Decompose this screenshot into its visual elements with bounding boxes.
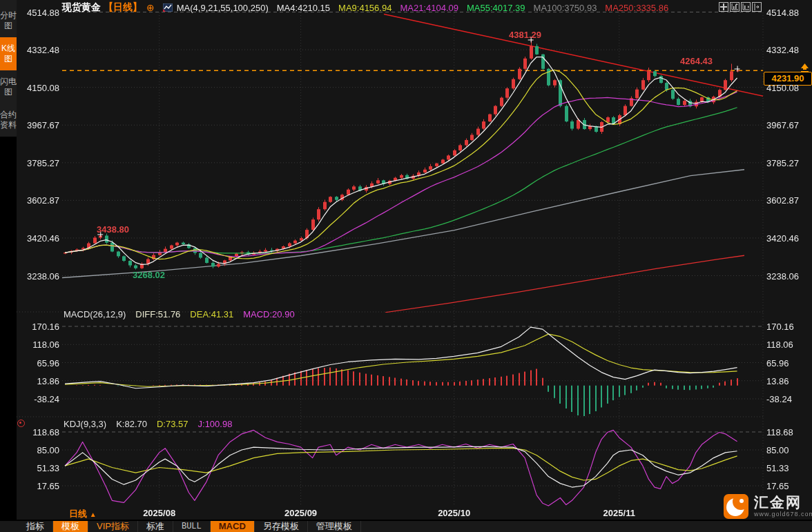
sidebar-item-3[interactable]: 合约资料 xyxy=(0,104,17,137)
macd-axis-tick-r: -38.24 xyxy=(766,394,792,404)
ma-value-4: MA100:3750.93 xyxy=(534,3,597,13)
ma-value-2: MA21:4104.09 xyxy=(400,3,458,13)
price-axis-tick-l: 3420.46 xyxy=(17,233,59,243)
add-indicator-icon[interactable]: ⊕ xyxy=(146,2,155,13)
ma-value-1: MA9:4156.94 xyxy=(338,3,392,13)
price-axis-tick-l: 4332.48 xyxy=(17,45,59,55)
tab-指标[interactable]: 指标 xyxy=(18,521,53,532)
macd-axis-tick-l: 65.96 xyxy=(17,357,59,368)
tab-另存模板[interactable]: 另存模板 xyxy=(255,521,308,532)
chart-header: 现货黄金 【日线】 ⊕ MA(4,9,21,55,100,250) MA4:42… xyxy=(62,1,668,14)
ma-value-3: MA55:4017.39 xyxy=(467,3,525,13)
kdj-axis-tick-r: 118.68 xyxy=(766,427,793,437)
period-tag: 【日线】 xyxy=(104,1,142,14)
price-axis-tick-r: 3238.06 xyxy=(766,270,799,281)
macd-diff-value: DIFF:51.76 xyxy=(135,309,180,319)
macd-axis-tick-r: 118.06 xyxy=(766,339,793,350)
ma-settings-label: MA(4,9,21,55,100,250) xyxy=(177,3,269,13)
kdj-settings-icon[interactable] xyxy=(17,420,25,427)
brand-url: www.gold678.com xyxy=(754,511,812,518)
chart-style-icon[interactable] xyxy=(163,3,173,12)
price-axis-tick-l: 3785.27 xyxy=(17,157,59,168)
price-axis-tick-r: 4514.88 xyxy=(766,7,799,17)
tab-标准[interactable]: 标准 xyxy=(138,521,173,532)
kdj-axis-tick-r: 85.00 xyxy=(766,445,789,455)
kdj-name: KDJ(9,3,3) xyxy=(64,419,106,429)
macd-axis-tick-l: 170.16 xyxy=(17,322,59,332)
macd-name: MACD(26,12,9) xyxy=(64,309,126,319)
sidebar: 分时图K线图闪电图合约资料 xyxy=(0,0,17,532)
symbol-name: 现货黄金 xyxy=(62,1,101,14)
kdj-axis-tick-r: 51.33 xyxy=(766,462,789,473)
jump-to-latest-button[interactable] xyxy=(799,63,811,75)
price-axis-tick-r: 3785.27 xyxy=(766,157,799,168)
kdj-axis-tick-l: 51.33 xyxy=(17,462,59,473)
kdj-axis-tick-l: 118.68 xyxy=(17,427,59,437)
price-axis-tick-l: 3967.67 xyxy=(17,120,59,130)
price-axis-tick-r: 4332.48 xyxy=(766,45,799,55)
kdj-axis-tick-l: 85.00 xyxy=(17,445,59,455)
kdj-header: KDJ(9,3,3) K:82.70 D:73.57 J:100.98 xyxy=(64,418,232,429)
kdj-axis-tick-r: 17.65 xyxy=(766,481,789,491)
annotation-recent-high: 4264.43 xyxy=(680,56,713,66)
tab-BULL[interactable]: BULL xyxy=(173,521,211,532)
annotation-swing-high: 3438.80 xyxy=(97,224,129,235)
macd-axis-tick-r: 13.86 xyxy=(766,375,789,386)
price-axis-tick-r: 3602.87 xyxy=(766,195,799,206)
tab-管理模板[interactable]: 管理模板 xyxy=(308,521,361,532)
brand-logo: 汇金网 www.gold678.com xyxy=(724,494,812,519)
tab-MACD[interactable]: MACD xyxy=(211,521,255,532)
chevron-up-icon: ▲ xyxy=(90,511,97,518)
ma-value-0: MA4:4210.15 xyxy=(277,3,330,13)
macd-axis-tick-r: 170.16 xyxy=(766,322,794,332)
macd-axis-tick-r: 65.96 xyxy=(766,357,789,368)
kdj-k-value: K:82.70 xyxy=(116,419,147,429)
macd-macd-value: MACD:20.90 xyxy=(243,309,294,319)
bottom-tab-bar: 指标模板VIP指标标准BULLMACD另存模板管理模板 xyxy=(0,520,812,532)
brand-logo-icon xyxy=(724,494,748,519)
kdj-d-value: D:73.57 xyxy=(157,419,188,429)
macd-axis-tick-l: 13.86 xyxy=(17,375,59,386)
macd-axis-tick-l: -38.24 xyxy=(17,394,59,404)
tab-模板[interactable]: 模板 xyxy=(53,521,88,532)
sidebar-item-0[interactable]: 分时图 xyxy=(0,4,17,37)
macd-header: MACD(26,12,9) DIFF:51.76 DEA:41.31 MACD:… xyxy=(64,308,295,319)
annotation-swing-low: 3268.02 xyxy=(133,270,165,280)
zoom-out-chart-icon[interactable] xyxy=(741,2,751,12)
chart-canvas[interactable] xyxy=(0,0,812,532)
tab-VIP指标[interactable]: VIP指标 xyxy=(88,521,138,532)
price-axis-tick-r: 4150.08 xyxy=(766,82,799,92)
annotation-peak-high: 4381.29 xyxy=(509,30,541,40)
x-axis-month-label: 2025/10 xyxy=(438,508,470,518)
zoom-in-chart-icon[interactable] xyxy=(730,2,740,12)
price-axis-tick-l: 4150.08 xyxy=(17,82,59,92)
period-selector[interactable]: 日线 ▲ xyxy=(69,508,97,520)
x-axis-month-label: 2025/08 xyxy=(143,508,175,518)
price-axis-tick-r: 3967.67 xyxy=(766,120,799,130)
price-axis-tick-r: 3420.46 xyxy=(766,233,799,243)
x-axis-month-label: 2025/11 xyxy=(603,508,635,518)
move-cross-icon[interactable] xyxy=(719,2,728,12)
pan-right-icon[interactable] xyxy=(752,2,762,12)
ma-values: MA4:4210.15MA9:4156.94MA21:4104.09MA55:4… xyxy=(277,3,668,13)
price-axis-tick-l: 3238.06 xyxy=(17,270,59,281)
price-axis-tick-l: 4514.88 xyxy=(17,7,59,17)
sidebar-item-2[interactable]: 闪电图 xyxy=(0,70,17,104)
kdj-j-value: J:100.98 xyxy=(198,419,233,429)
sidebar-item-1[interactable]: K线图 xyxy=(0,37,17,70)
macd-dea-value: DEA:41.31 xyxy=(190,309,233,319)
kdj-axis-tick-l: 17.65 xyxy=(17,481,59,491)
macd-axis-tick-l: 118.06 xyxy=(17,339,59,350)
chart-app: 分时图K线图闪电图合约资料 现货黄金 【日线】 ⊕ MA(4,9,21,55,1… xyxy=(0,0,812,532)
price-axis-tick-l: 3602.87 xyxy=(17,195,59,206)
chart-toolbar xyxy=(719,2,762,12)
x-axis-month-label: 2025/09 xyxy=(284,508,317,518)
ma-value-5: MA250:3335.86 xyxy=(605,3,668,13)
brand-name: 汇金网 xyxy=(754,494,812,511)
